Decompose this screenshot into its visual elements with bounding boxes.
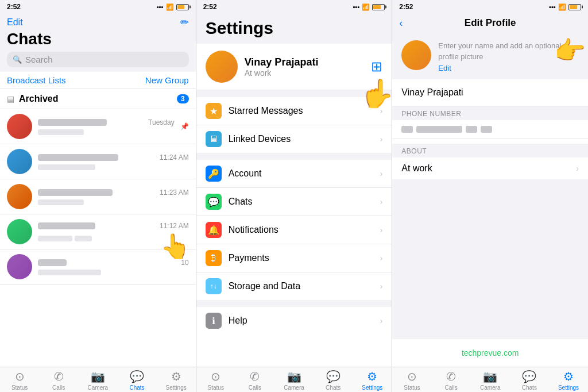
tab-settings-label-3: Settings xyxy=(558,385,579,391)
tab-chats-label: Chats xyxy=(129,385,144,391)
avatar xyxy=(7,254,32,279)
settings-group-3: ℹ Help › xyxy=(196,307,392,335)
tab-settings-2[interactable]: ⚙ Settings xyxy=(353,370,392,391)
status-bar-2: 2:52 ▪▪▪ 📶 xyxy=(196,0,392,14)
broadcast-lists-link[interactable]: Broadcast Lists xyxy=(7,75,66,85)
tab-camera-2[interactable]: 📷 Camera xyxy=(274,370,314,391)
table-row[interactable]: 11:24 AM xyxy=(0,144,196,179)
tab-calls-label: Calls xyxy=(52,385,65,391)
time-1: 2:52 xyxy=(7,3,21,11)
chat-preview xyxy=(38,236,72,241)
signal-icon-3: ▪▪▪ xyxy=(549,3,556,10)
profile-card[interactable]: Vinay Prajapati At work ⊞ 👆 xyxy=(196,44,392,90)
tab-camera[interactable]: 📷 Camera xyxy=(78,370,117,391)
settings-group-1: ★ Starred Messages › 🖥 Linked Devices › xyxy=(196,97,392,153)
profile-edit-avatar[interactable] xyxy=(401,40,431,70)
section-gap-2 xyxy=(196,153,392,160)
tab-status[interactable]: ⊙ Status xyxy=(0,370,39,391)
avatar xyxy=(7,114,32,139)
notifications-icon: 🔔 xyxy=(206,222,222,238)
tab-calls[interactable]: ✆ Calls xyxy=(39,370,78,391)
table-row[interactable]: 11:23 AM xyxy=(0,179,196,214)
chevron-about: › xyxy=(576,164,579,173)
new-group-link[interactable]: New Group xyxy=(145,75,189,85)
battery-2 xyxy=(372,4,385,10)
chat-preview xyxy=(38,199,84,205)
payments-icon: ₿ xyxy=(206,250,222,266)
table-row[interactable]: 10 xyxy=(0,249,196,285)
settings-group-2: 🔑 Account › 💬 Chats › 🔔 Notifications › … xyxy=(196,160,392,300)
list-item-help[interactable]: ℹ Help › xyxy=(196,307,392,335)
spacer xyxy=(392,179,588,339)
list-item-payments[interactable]: ₿ Payments › xyxy=(196,244,392,272)
list-item-linked[interactable]: 🖥 Linked Devices › xyxy=(196,125,392,153)
camera-icon-2: 📷 xyxy=(287,370,301,383)
starred-label: Starred Messages xyxy=(229,106,373,116)
list-item-account[interactable]: 🔑 Account › xyxy=(196,160,392,188)
edit-button[interactable]: Edit xyxy=(7,17,23,28)
tab-status-2[interactable]: ⊙ Status xyxy=(196,370,235,391)
tab-camera-3[interactable]: 📷 Camera xyxy=(471,370,510,391)
back-button[interactable]: ‹ xyxy=(399,17,403,29)
tab-settings[interactable]: ⚙ Settings xyxy=(157,370,196,391)
chevron-payments: › xyxy=(380,253,383,263)
chat-preview xyxy=(75,236,92,241)
archive-icon: ▤ xyxy=(7,94,14,103)
phone-number-blur xyxy=(416,126,462,133)
battery-3 xyxy=(568,4,581,10)
watermark: techprevue.com xyxy=(392,339,588,367)
edit-profile-title: Edit Profile xyxy=(465,17,516,29)
archived-badge: 3 xyxy=(177,94,189,103)
tab-settings-3[interactable]: ⚙ Settings xyxy=(549,370,588,391)
back-chevron-icon: ‹ xyxy=(399,17,403,29)
tab-bar-2: ⊙ Status ✆ Calls 📷 Camera 💬 Chats ⚙ Sett… xyxy=(196,367,392,392)
settings-tab-icon: ⚙ xyxy=(171,370,181,383)
tab-status-label: Status xyxy=(11,385,28,391)
pin-icon: 📌 xyxy=(180,122,189,130)
profile-edit-hint: Enter your name and add an optional prof… xyxy=(438,41,561,61)
tab-chats-3[interactable]: 💬 Chats xyxy=(510,370,549,391)
chat-name xyxy=(38,222,95,229)
chevron-notifications: › xyxy=(380,225,383,235)
edit-profile-link[interactable]: Edit xyxy=(438,64,579,72)
list-item-starred[interactable]: ★ Starred Messages › xyxy=(196,97,392,125)
search-placeholder: Search xyxy=(25,55,53,64)
status-icon-3: ⊙ xyxy=(407,370,417,383)
tab-calls-3[interactable]: ✆ Calls xyxy=(431,370,470,391)
list-item-storage[interactable]: ↑↓ Storage and Data › xyxy=(196,272,392,300)
profile-info: Vinay Prajapati At work xyxy=(245,56,365,78)
about-row[interactable]: At work › xyxy=(392,157,588,179)
chats-tab-icon-3: 💬 xyxy=(522,370,536,383)
name-value: Vinay Prajapati xyxy=(401,87,463,97)
phone-country-blur xyxy=(401,126,413,133)
qr-icon[interactable]: ⊞ xyxy=(371,59,382,75)
compose-icon[interactable]: ✏ xyxy=(180,16,189,29)
tab-chats-2[interactable]: 💬 Chats xyxy=(314,370,353,391)
avatar xyxy=(7,184,32,209)
list-item-chats[interactable]: 💬 Chats › xyxy=(196,188,392,216)
about-value: At work xyxy=(401,163,432,174)
tab-status-3[interactable]: ⊙ Status xyxy=(392,370,431,391)
tab-chats[interactable]: 💬 Chats xyxy=(117,370,156,391)
tab-calls-2[interactable]: ✆ Calls xyxy=(235,370,274,391)
table-row[interactable]: Tuesday 📌 xyxy=(0,109,196,144)
chat-list: Tuesday 📌 11:24 AM xyxy=(0,109,196,367)
profile-edit-text: Enter your name and add an optional prof… xyxy=(438,40,579,72)
tab-camera-label-2: Camera xyxy=(284,385,304,391)
archived-row[interactable]: ▤ Archived 3 xyxy=(0,89,196,109)
time-2: 2:52 xyxy=(203,3,217,11)
name-field[interactable]: Vinay Prajapati xyxy=(392,79,588,106)
tab-bar-1: ⊙ Status ✆ Calls 📷 Camera 💬 Chats ⚙ Sett… xyxy=(0,367,196,392)
storage-icon: ↑↓ xyxy=(206,278,222,294)
phone-suffix-blur xyxy=(466,126,477,133)
chat-preview xyxy=(38,270,101,275)
search-bar[interactable]: 🔍 Search xyxy=(7,52,189,67)
calls-icon-3: ✆ xyxy=(446,370,456,383)
list-item-notifications[interactable]: 🔔 Notifications › xyxy=(196,216,392,244)
notifications-label: Notifications xyxy=(229,225,373,235)
wifi-icon-1: 📶 xyxy=(166,3,174,11)
table-row[interactable]: 11:12 AM 👆 xyxy=(0,214,196,249)
time-3: 2:52 xyxy=(399,3,413,11)
chat-info: 10 xyxy=(38,259,189,275)
chat-info: Tuesday xyxy=(38,118,175,135)
